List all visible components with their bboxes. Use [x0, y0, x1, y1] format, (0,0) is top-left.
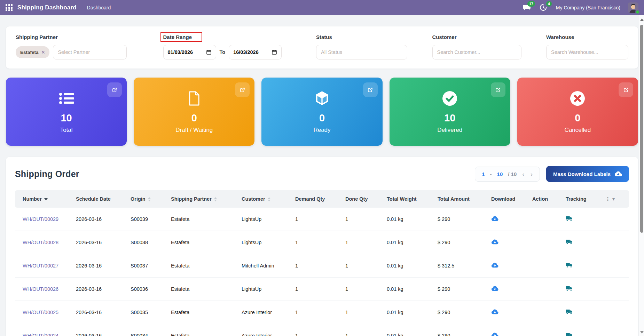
open-external-button[interactable]: [107, 82, 122, 97]
status-input[interactable]: [316, 45, 407, 59]
partner-tag-remove-icon[interactable]: ✕: [41, 50, 45, 55]
date-to-word: To: [220, 49, 226, 55]
cell-done-qty: 1: [342, 208, 383, 231]
cell-schedule-date: 2026-03-16: [72, 301, 127, 324]
cell-schedule-date: 2026-03-16: [72, 254, 127, 278]
order-number-link[interactable]: WH/OUT/00027: [23, 263, 58, 269]
status-label: Status: [316, 34, 407, 40]
scroll-down-arrow-icon[interactable]: [640, 331, 644, 334]
download-label-button[interactable]: [491, 286, 498, 291]
activities-icon[interactable]: 4: [539, 3, 548, 12]
sort-both-icon: [148, 197, 151, 201]
tracking-button[interactable]: [566, 239, 573, 245]
partner-select-input[interactable]: [53, 45, 127, 59]
col-header-number[interactable]: Number: [15, 190, 72, 208]
customer-search-input[interactable]: [432, 45, 521, 59]
order-number-link[interactable]: WH/OUT/00026: [23, 286, 58, 292]
col-header-action: Action: [529, 190, 562, 208]
stat-card[interactable]: 0 Draft / Waiting: [134, 78, 254, 146]
download-label-button[interactable]: [491, 263, 498, 268]
stat-card-label: Ready: [313, 127, 330, 134]
download-label-button[interactable]: [491, 333, 498, 336]
column-options-icon[interactable]: ⋮ ▾: [605, 196, 615, 202]
mass-download-label: Mass Download Labels: [553, 171, 611, 177]
external-link-icon: [367, 87, 374, 93]
tracking-button[interactable]: [566, 309, 573, 315]
vertical-scrollbar: [639, 15, 644, 336]
mass-download-labels-button[interactable]: Mass Download Labels: [546, 166, 629, 182]
user-avatar[interactable]: [628, 2, 638, 13]
col-header-customer[interactable]: Customer: [238, 190, 292, 208]
cloud-download-icon: [491, 309, 498, 315]
open-external-button[interactable]: [491, 82, 505, 97]
page-dash: -: [490, 171, 492, 177]
cell-schedule-date: 2026-03-16: [72, 278, 127, 301]
order-number-link[interactable]: WH/OUT/00024: [23, 333, 58, 336]
stat-card-count: 0: [191, 112, 197, 124]
cell-total-amount: $ 312.5: [434, 254, 488, 278]
page-prev-icon[interactable]: ‹: [522, 171, 525, 177]
company-switcher[interactable]: My Company (San Francisco): [556, 5, 620, 10]
cell-action: [529, 324, 562, 336]
cell-options: [602, 278, 629, 301]
tracking-button[interactable]: [566, 216, 573, 222]
col-header-done-qty: Done Qty: [342, 190, 383, 208]
stat-card[interactable]: 0 Ready: [261, 78, 382, 146]
stat-card[interactable]: 0 Cancelled: [517, 78, 638, 146]
cell-done-qty: 1: [342, 278, 383, 301]
date-to-value: 16/03/2026: [233, 49, 259, 55]
open-external-button[interactable]: [235, 82, 250, 97]
orders-title: Shipping Order: [15, 169, 79, 179]
download-label-button[interactable]: [491, 309, 498, 315]
stat-card-label: Cancelled: [565, 127, 591, 134]
scrollbar-thumb[interactable]: [640, 25, 643, 233]
cell-schedule-date: 2026-03-16: [72, 231, 127, 254]
tracking-button[interactable]: [566, 262, 573, 268]
filter-status: Status: [316, 34, 407, 59]
apps-grid-icon[interactable]: [6, 4, 13, 11]
cell-action: [529, 254, 562, 278]
order-number-link[interactable]: WH/OUT/00025: [23, 310, 58, 315]
shipping-partner-label: Shipping Partner: [16, 34, 138, 40]
stat-card[interactable]: 10 Delivered: [390, 78, 510, 146]
cell-options: [602, 301, 629, 324]
cell-total-weight: 0.01 kg: [383, 254, 434, 278]
menu-dashboard[interactable]: Dashboard: [87, 5, 111, 10]
order-number-link[interactable]: WH/OUT/00029: [23, 216, 58, 222]
date-to-input[interactable]: 16/03/2026: [229, 45, 282, 59]
stat-card[interactable]: 10 Total: [6, 78, 127, 146]
col-header-total-amount: Total Amount: [434, 190, 488, 208]
stat-card-icon: [188, 90, 201, 107]
cell-demand-qty: 1: [292, 278, 342, 301]
cell-shipping-partner: Estafeta: [167, 231, 238, 254]
tracking-button[interactable]: [566, 332, 573, 336]
messages-icon[interactable]: 17: [523, 3, 532, 12]
open-external-button[interactable]: [363, 82, 378, 97]
cell-done-qty: 1: [342, 324, 383, 336]
tracking-button[interactable]: [566, 286, 573, 291]
col-header-shipping-partner[interactable]: Shipping Partner: [167, 190, 238, 208]
col-header-origin[interactable]: Origin: [127, 190, 167, 208]
truck-icon: [566, 262, 573, 268]
table-row: WH/OUT/00026 2026-03-16 S00036 Estafeta …: [15, 278, 629, 301]
col-header-options[interactable]: ⋮ ▾: [602, 190, 629, 208]
messages-badge: 17: [527, 1, 535, 7]
col-header-tracking: Tracking: [562, 190, 602, 208]
stat-cards-row: 10 Total: [6, 78, 638, 146]
scroll-up-arrow-icon[interactable]: [640, 18, 644, 21]
page-end: 10: [497, 171, 503, 177]
order-number-link[interactable]: WH/OUT/00028: [23, 240, 58, 245]
download-label-button[interactable]: [491, 216, 498, 222]
cell-customer: LightsUp: [238, 231, 292, 254]
col-header-schedule-date[interactable]: Schedule Date: [72, 190, 127, 208]
top-navbar: Shipping Dashboard Dashboard 17 4 My Com…: [0, 0, 644, 15]
open-external-button[interactable]: [619, 82, 633, 97]
date-from-input[interactable]: 01/03/2026: [163, 45, 216, 59]
page-next-icon[interactable]: ›: [530, 171, 533, 177]
download-label-button[interactable]: [491, 239, 498, 245]
warehouse-search-input[interactable]: [546, 45, 628, 59]
external-link-icon: [239, 87, 246, 93]
cell-origin: S00039: [127, 208, 167, 231]
cell-action: [529, 301, 562, 324]
page-start[interactable]: 1: [482, 171, 485, 177]
